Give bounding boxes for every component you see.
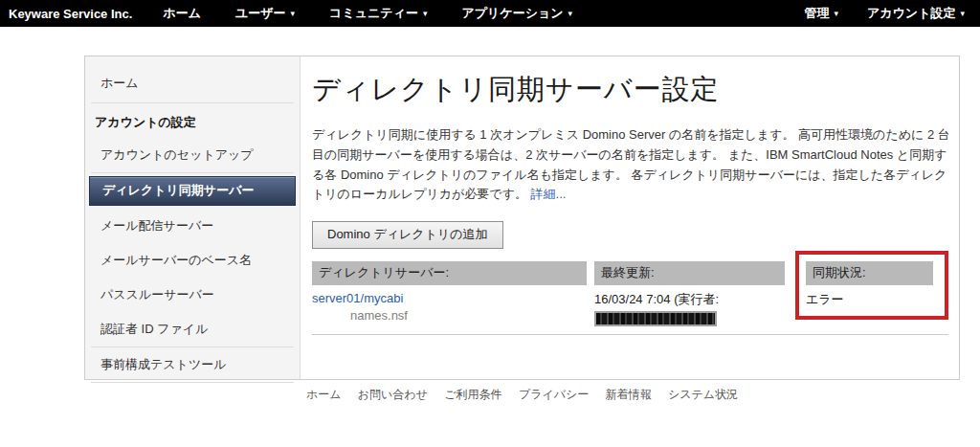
sidebar-divider — [91, 382, 294, 383]
sidebar-item-home[interactable]: ホーム — [85, 66, 300, 102]
nav-item-home[interactable]: ホーム — [163, 5, 201, 22]
footer-link-contact[interactable]: お問い合わせ — [358, 388, 428, 401]
nav-item-applications[interactable]: アプリケーション▾ — [461, 5, 572, 22]
sidebar-item-mail-server-base-name[interactable]: メールサーバーのベース名 — [85, 243, 300, 278]
chevron-down-icon: ▾ — [291, 9, 296, 18]
table-header-row: ディレクトリサーバー: 最終更新: 同期状況: — [312, 261, 948, 285]
details-link[interactable]: 詳細... — [531, 187, 567, 201]
sidebar-item-directory-sync-server[interactable]: ディレクトリ同期サーバー — [89, 176, 296, 206]
secondary-nav: 管理▾ アカウント設定▾ — [775, 5, 980, 22]
redacted-executor-name — [594, 311, 717, 326]
nav-item-communities[interactable]: コミュニティー▾ — [329, 5, 427, 22]
sidebar-section-account-settings: アカウントの設定 — [85, 103, 300, 138]
footer: ホーム お問い合わせ ご利用条件 プライバシー 新着情報 システム状況 — [84, 387, 960, 403]
cell-last-update: 16/03/24 7:04 (実行者: — [594, 291, 785, 326]
brand-name: Keyware Service Inc. — [0, 7, 142, 21]
chevron-down-icon: ▾ — [423, 9, 428, 18]
footer-link-whats-new[interactable]: 新着情報 — [606, 388, 652, 401]
sidebar-item-mail-delivery-server[interactable]: メール配信サーバー — [85, 209, 300, 243]
settings-sidebar: ホーム アカウントの設定 アカウントのセットアップ ディレクトリ同期サーバー メ… — [85, 56, 301, 379]
chevron-down-icon: ▾ — [960, 9, 965, 18]
footer-link-system-status[interactable]: システム状況 — [668, 388, 738, 401]
footer-link-privacy[interactable]: プライバシー — [519, 388, 589, 401]
cell-sync-status: エラー — [806, 291, 933, 326]
sidebar-item-passthru-server[interactable]: パススルーサーバー — [85, 278, 300, 312]
main-content: ディレクトリ同期サーバー設定 ディレクトリ同期に使用する 1 次オンプレミス D… — [301, 56, 969, 379]
footer-link-home[interactable]: ホーム — [306, 388, 342, 401]
primary-nav: ホーム ユーザー▾ コミュニティー▾ アプリケーション▾ — [163, 5, 607, 22]
nav-item-account-settings[interactable]: アカウント設定▾ — [867, 5, 965, 22]
page-description: ディレクトリ同期に使用する 1 次オンプレミス Domino Server の名… — [312, 125, 955, 205]
nav-item-admin[interactable]: 管理▾ — [804, 5, 838, 22]
description-text: ディレクトリ同期に使用する 1 次オンプレミス Domino Server の名… — [312, 127, 950, 201]
column-header-last-update: 最終更新: — [594, 261, 785, 285]
sidebar-item-preconfig-test-tool[interactable]: 事前構成テストツール — [85, 347, 300, 382]
chevron-down-icon: ▾ — [568, 9, 573, 18]
column-header-sync-status: 同期状況: — [806, 261, 933, 285]
sidebar-item-certifier-id-file[interactable]: 認証者 ID ファイル — [85, 312, 300, 346]
directory-server-table: ディレクトリサーバー: 最終更新: 同期状況: server01/mycabi … — [312, 261, 948, 335]
column-header-directory-server: ディレクトリサーバー: — [312, 261, 587, 285]
footer-link-terms[interactable]: ご利用条件 — [444, 388, 501, 401]
add-domino-directory-button[interactable]: Domino ディレクトリの追加 — [312, 221, 503, 249]
content-panel: ホーム アカウントの設定 アカウントのセットアップ ディレクトリ同期サーバー メ… — [84, 56, 960, 380]
sidebar-divider — [91, 172, 294, 173]
directory-file-name: names.nsf — [350, 308, 587, 323]
table-row: server01/mycabi names.nsf 16/03/24 7:04 … — [312, 285, 948, 335]
last-update-text: 16/03/24 7:04 (実行者: — [594, 291, 785, 308]
sidebar-item-account-setup[interactable]: アカウントのセットアップ — [85, 138, 300, 172]
top-navigation-bar: Keyware Service Inc. ホーム ユーザー▾ コミュニティー▾ … — [0, 0, 980, 27]
chevron-down-icon: ▾ — [834, 9, 838, 18]
cell-directory-server: server01/mycabi names.nsf — [312, 291, 587, 326]
server-link[interactable]: server01/mycabi — [312, 291, 403, 305]
nav-item-users[interactable]: ユーザー▾ — [235, 5, 295, 22]
page-title: ディレクトリ同期サーバー設定 — [312, 71, 955, 109]
sync-status-value: エラー — [806, 291, 933, 308]
